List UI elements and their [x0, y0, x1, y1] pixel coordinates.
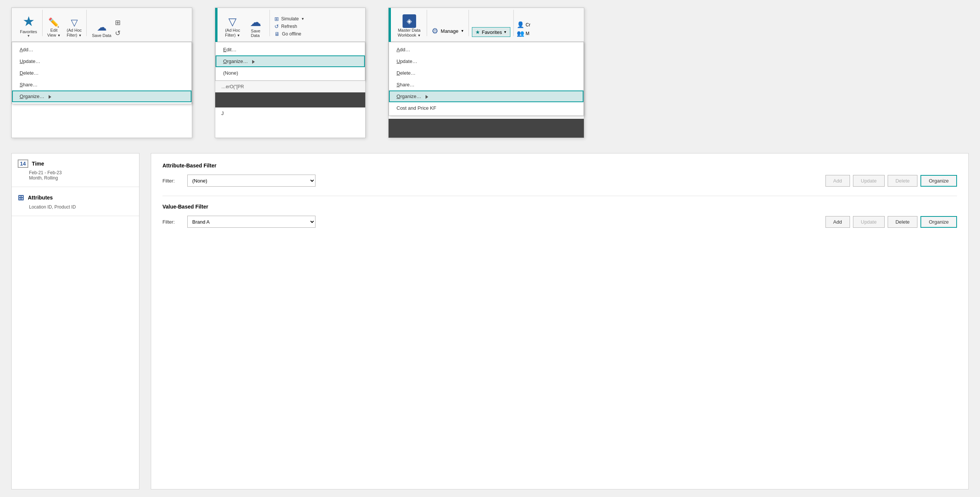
ribbon-divider-6	[513, 10, 514, 36]
cloud-icon-2: ☁	[250, 16, 261, 29]
refresh-button[interactable]: ↺ Refresh	[274, 23, 305, 29]
attributes-icon: ⊞	[18, 193, 24, 202]
panel-masterdata-3: ◈ Master DataWorkbook ▼ ⚙ Manage ▼ ★ Fav…	[388, 8, 584, 138]
attributes-sub: Location ID, Product ID	[29, 204, 133, 210]
favorites-label-3: Favorites	[482, 29, 502, 35]
attribute-delete-button[interactable]: Delete	[888, 175, 918, 186]
master-data-button[interactable]: ◈ Master DataWorkbook ▼	[395, 9, 424, 39]
edit-icon: ✏️	[48, 18, 60, 28]
menu-item-add-3[interactable]: Add…	[389, 44, 584, 56]
attributes-title: Attributes	[28, 194, 53, 201]
favorites-star-3: ★	[475, 29, 480, 35]
save-data-label-2: SaveData	[251, 29, 261, 38]
go-offline-button[interactable]: 🖥 Go offline	[274, 31, 305, 37]
save-data-button-2[interactable]: ☁ SaveData	[246, 9, 265, 39]
ribbon-divider-3	[269, 10, 270, 36]
ribbon-divider-1	[42, 10, 43, 36]
user-icon-1: 👤	[517, 21, 524, 28]
formula-hint: …erO("[PR	[215, 81, 365, 92]
filter-divider	[162, 196, 957, 196]
simulate-button[interactable]: ⊞ Simulate ▼	[274, 16, 305, 22]
ad-hoc-filter-label-2: (Ad HocFilter) ▼	[225, 28, 240, 38]
user-icon-2: 👥	[517, 30, 524, 37]
ad-hoc-filter-button-2[interactable]: ▽ (Ad HocFilter) ▼	[222, 9, 243, 39]
ribbon-bar-3: ◈ Master DataWorkbook ▼ ⚙ Manage ▼ ★ Fav…	[388, 8, 584, 42]
save-data-label-1: Save Data	[92, 33, 111, 38]
menu-item-none-2[interactable]: (None)	[216, 67, 365, 79]
star-icon: ★	[22, 14, 35, 29]
value-update-button[interactable]: Update	[853, 216, 885, 228]
delete-underline-1: D	[20, 70, 23, 76]
menu-item-organize-1[interactable]: Organize…	[12, 91, 191, 102]
cost-price-label: Cost and Price KF	[396, 105, 436, 111]
manage-label: Manage	[441, 28, 458, 34]
menu-item-share-1[interactable]: Share…	[12, 79, 191, 91]
time-sub2: Month, Rolling	[29, 175, 133, 181]
right-icons-col-1: ⊞ ↺	[115, 9, 121, 39]
value-add-button[interactable]: Add	[826, 216, 850, 228]
small-icon-1[interactable]: ⊞	[115, 18, 121, 27]
favorites-dropdown-menu-3: Add… Update… Delete… Share… Organize… Co…	[388, 42, 584, 116]
m-label: M	[526, 31, 530, 36]
cr-button[interactable]: 👤 Cr	[517, 21, 531, 28]
value-delete-button[interactable]: Delete	[888, 216, 918, 228]
panel-favorites-1: ★ Favorites ▼ ✏️ EditView ▼ ▽ (Ad HocFil…	[11, 8, 192, 138]
menu-item-share-3[interactable]: Share…	[389, 79, 584, 91]
favorites-button[interactable]: ★ Favorites ▼	[16, 9, 41, 39]
menu-item-organize-3[interactable]: Organize…	[389, 91, 584, 102]
favorites-arrow-3: ▼	[504, 30, 507, 34]
refresh-label: Refresh	[281, 24, 297, 29]
ribbon-bar-2: ▽ (Ad HocFilter) ▼ ☁ SaveData ⊞ Simulate…	[215, 8, 365, 42]
attribute-update-button[interactable]: Update	[853, 175, 885, 186]
menu-item-update-1[interactable]: Update…	[12, 56, 191, 67]
master-data-icon: ◈	[402, 14, 416, 28]
grid-icon-1: ⊞	[115, 19, 121, 27]
menu-item-update-3[interactable]: Update…	[389, 56, 584, 67]
ribbon-divider-5	[469, 10, 469, 36]
value-filter-buttons: Add Update Delete Organize	[826, 216, 957, 228]
adhoc-dropdown-menu-2: Edit… Organize… (None)	[215, 42, 365, 81]
favorites-group-3: ★ Favorites ▼	[472, 9, 510, 39]
left-panel: 14 Time Feb-21 - Feb-23 Month, Rolling ⊞…	[11, 153, 140, 489]
favorites-arrow: ▼	[27, 34, 30, 38]
save-data-button-1[interactable]: ☁ Save Data	[88, 9, 115, 39]
ribbon-divider-4	[427, 10, 427, 36]
teal-bar-3	[388, 8, 391, 42]
simulate-icon: ⊞	[274, 16, 279, 22]
attribute-filter-select[interactable]: (None)	[187, 175, 315, 186]
attributes-title-row: ⊞ Attributes	[18, 193, 133, 202]
right-panel: Attribute-Based Filter Filter: (None) Ad…	[151, 153, 969, 489]
time-title: Time	[32, 161, 44, 167]
favorites-button-3[interactable]: ★ Favorites ▼	[472, 27, 510, 37]
time-panel-item: 14 Time Feb-21 - Feb-23 Month, Rolling	[12, 153, 139, 187]
attribute-filter-row: Filter: (None) Add Update Delete Organiz…	[162, 175, 957, 186]
manage-icon-2: ⚙	[431, 26, 438, 35]
organize-underline-1: O	[20, 94, 23, 99]
value-filter-row: Filter: Brand A Add Update Delete Organi…	[162, 216, 957, 228]
filter-icon-1: ▽	[71, 18, 78, 28]
value-organize-button[interactable]: Organize	[920, 216, 957, 228]
menu-item-delete-1[interactable]: Delete…	[12, 67, 191, 79]
filter-icon-2: ▽	[228, 16, 237, 28]
cr-m-group: 👤 Cr 👥 M	[517, 9, 531, 39]
ribbon-bar-1: ★ Favorites ▼ ✏️ EditView ▼ ▽ (Ad HocFil…	[12, 8, 192, 42]
attribute-organize-button[interactable]: Organize	[920, 175, 957, 186]
ribbon-divider-2	[86, 10, 87, 36]
simulate-label: Simulate	[281, 16, 299, 21]
refresh-icon: ↺	[274, 23, 279, 29]
bottom-section: 14 Time Feb-21 - Feb-23 Month, Rolling ⊞…	[0, 145, 980, 497]
menu-item-add-1[interactable]: Add…	[12, 44, 191, 56]
menu-item-cost-price[interactable]: Cost and Price KF	[389, 102, 584, 114]
edit-view-button[interactable]: ✏️ EditView ▼	[44, 9, 64, 39]
menu-item-delete-3[interactable]: Delete…	[389, 67, 584, 79]
ad-hoc-filter-button-1[interactable]: ▽ (Ad HocFilter) ▼	[64, 9, 85, 39]
menu-item-organize-2[interactable]: Organize…	[216, 56, 365, 67]
menu-item-edit-2[interactable]: Edit…	[216, 44, 365, 56]
simulate-refresh-group: ⊞ Simulate ▼ ↺ Refresh 🖥 Go offline	[274, 9, 305, 39]
value-filter-select[interactable]: Brand A	[187, 216, 315, 228]
m-button[interactable]: 👥 M	[517, 30, 531, 37]
manage-button[interactable]: ⚙ Manage ▼	[430, 25, 466, 37]
attribute-add-button[interactable]: Add	[826, 175, 850, 186]
attribute-filter-buttons: Add Update Delete Organize	[826, 175, 957, 186]
small-icon-2[interactable]: ↺	[115, 29, 121, 38]
